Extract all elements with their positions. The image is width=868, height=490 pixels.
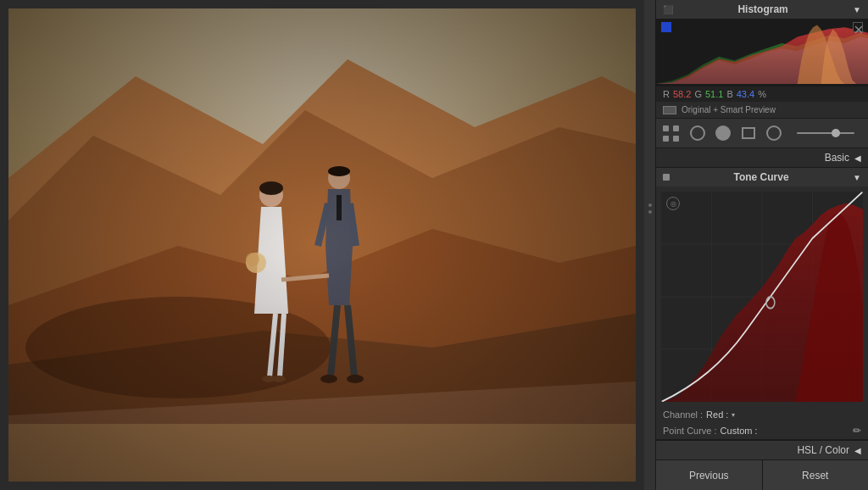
circle-outline-tool-icon[interactable] bbox=[765, 124, 783, 142]
basic-title: Basic bbox=[825, 152, 849, 164]
channel-dropdown-icon[interactable]: ▾ bbox=[732, 411, 735, 419]
reset-button[interactable]: Reset bbox=[763, 460, 868, 490]
pencil-icon[interactable]: ✏ bbox=[853, 425, 861, 437]
smart-preview-bar: Original + Smart Preview bbox=[656, 102, 868, 119]
histogram-title: Histogram bbox=[737, 3, 787, 15]
tone-curve-graph[interactable]: ◎ bbox=[661, 192, 863, 402]
hsl-collapse-icon: ◀ bbox=[854, 446, 861, 455]
histogram-header[interactable]: ⬛ Histogram ▼ bbox=[656, 0, 868, 19]
bottom-buttons: Previous Reset bbox=[656, 459, 868, 490]
smart-preview-icon bbox=[663, 106, 676, 114]
panel-dot bbox=[648, 210, 652, 214]
r-value: 58.2 bbox=[673, 89, 691, 99]
histogram-svg bbox=[656, 19, 868, 86]
r-label: R bbox=[663, 89, 670, 99]
point-curve-row: Point Curve : Custom : ✏ bbox=[656, 422, 868, 440]
histogram-dropdown-icon: ▼ bbox=[853, 5, 861, 14]
panel-dot bbox=[648, 203, 652, 207]
previous-button[interactable]: Previous bbox=[656, 460, 763, 490]
right-panel: ⬛ Histogram ▼ bbox=[655, 0, 868, 490]
section-collapse-icon bbox=[663, 174, 670, 181]
blue-clip-indicator[interactable] bbox=[661, 22, 671, 32]
histogram-rgb-values: R 58.2 G 51.1 B 43.4 % bbox=[656, 86, 868, 102]
percent-symbol: % bbox=[758, 89, 766, 99]
point-curve-value[interactable]: Custom : bbox=[721, 426, 758, 436]
histogram-canvas bbox=[656, 19, 868, 86]
rect-tool-icon[interactable] bbox=[739, 124, 758, 142]
tone-curve-svg bbox=[661, 192, 863, 402]
circle-tool-icon[interactable] bbox=[688, 124, 707, 142]
tools-row bbox=[656, 119, 868, 148]
b-value: 43.4 bbox=[737, 89, 754, 99]
hsl-title: HSL / Color bbox=[797, 444, 849, 456]
g-value: 51.1 bbox=[705, 89, 723, 99]
channel-label: Channel : bbox=[663, 409, 703, 420]
tone-curve-left bbox=[663, 174, 670, 181]
tone-curve-dropdown-icon: ▼ bbox=[853, 173, 861, 182]
photo-container bbox=[8, 8, 636, 482]
grid-tool-icon[interactable] bbox=[663, 124, 682, 142]
tone-curve-title: Tone Curve bbox=[733, 171, 788, 183]
tone-curve-header[interactable]: Tone Curve ▼ bbox=[656, 168, 868, 187]
channel-row: Channel : Red : ▾ bbox=[656, 407, 868, 422]
filled-circle-tool-icon[interactable] bbox=[714, 124, 732, 142]
tone-curve-section: Tone Curve ▼ ◎ bbox=[656, 168, 868, 440]
hsl-header[interactable]: HSL / Color ◀ bbox=[656, 440, 868, 459]
panel-indicator bbox=[644, 0, 655, 490]
g-label: G bbox=[694, 89, 702, 99]
photo-area bbox=[0, 0, 644, 490]
point-curve-label: Point Curve : bbox=[663, 426, 717, 436]
channel-value[interactable]: Red : bbox=[706, 409, 728, 420]
basic-collapse-icon: ◀ bbox=[854, 153, 861, 163]
curve-target-icon[interactable]: ◎ bbox=[666, 197, 680, 210]
basic-header[interactable]: Basic ◀ bbox=[656, 148, 868, 168]
white-clip-indicator[interactable] bbox=[853, 22, 863, 32]
svg-rect-26 bbox=[8, 8, 636, 482]
slider-tool[interactable] bbox=[793, 132, 858, 134]
photo-svg bbox=[8, 8, 636, 482]
wedding-photo bbox=[8, 8, 636, 482]
b-label: B bbox=[726, 89, 732, 99]
smart-preview-label: Original + Smart Preview bbox=[682, 105, 776, 114]
